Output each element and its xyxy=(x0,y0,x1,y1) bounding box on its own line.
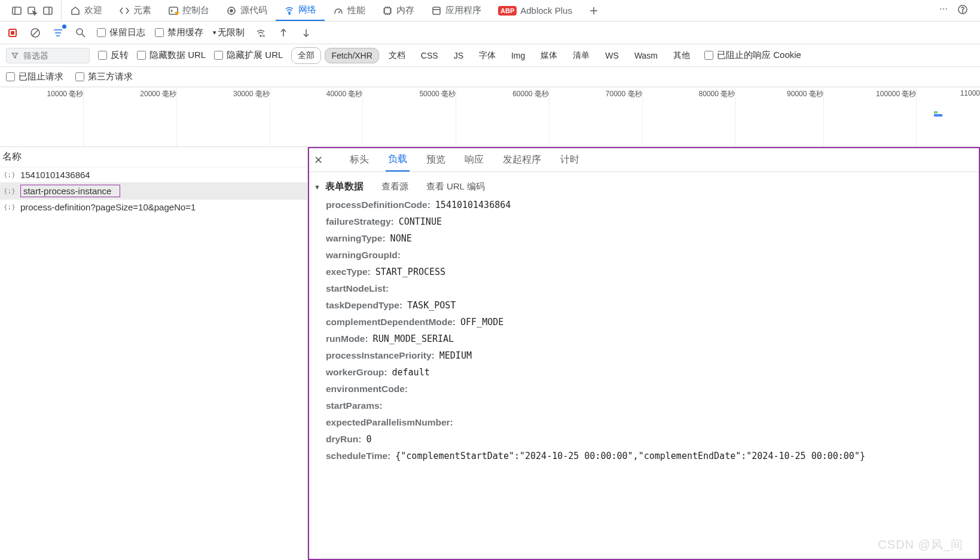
field-value: OFF_MODE xyxy=(460,317,503,328)
application-icon xyxy=(431,5,442,16)
record-button[interactable] xyxy=(6,26,19,39)
payload-field: environmentCode: xyxy=(309,381,979,397)
type-css[interactable]: CSS xyxy=(415,48,444,63)
detail-tab-timing[interactable]: 计时 xyxy=(558,149,582,171)
network-main: 名称 15410101436864start-process-instancep… xyxy=(0,147,980,560)
help-icon[interactable] xyxy=(957,4,968,17)
field-key: startParams: xyxy=(326,400,383,411)
more-menu-icon[interactable]: ⋯ xyxy=(939,4,948,17)
tab-console[interactable]: 控制台 xyxy=(160,0,218,21)
tab-label: 应用程序 xyxy=(445,5,481,16)
tab-elements[interactable]: 元素 xyxy=(111,0,160,21)
blocked-requests-checkbox[interactable]: 已阻止请求 xyxy=(6,71,63,82)
request-row[interactable]: 15410101436864 xyxy=(0,167,307,182)
tab-welcome[interactable]: 欢迎 xyxy=(62,0,111,21)
tab-label: 网络 xyxy=(298,4,316,16)
svg-line-18 xyxy=(32,30,38,36)
network-timeline[interactable]: 10000 毫秒20000 毫秒30000 毫秒40000 毫秒50000 毫秒… xyxy=(0,87,980,147)
invert-label: 反转 xyxy=(111,50,129,61)
payload-section-header[interactable]: ▼ 表单数据 查看源 查看 URL 编码 xyxy=(309,177,979,197)
blocked-cookies-checkbox[interactable]: 已阻止的响应 Cookie xyxy=(704,50,801,61)
request-list-header[interactable]: 名称 xyxy=(0,147,307,167)
type-img[interactable]: Img xyxy=(505,48,531,63)
payload-field: execType:START_PROCESS xyxy=(309,264,979,280)
detail-tab-headers[interactable]: 标头 xyxy=(347,149,371,171)
throttling-value: 无限制 xyxy=(218,27,245,38)
detail-tab-preview[interactable]: 预览 xyxy=(424,149,448,171)
field-value: NONE xyxy=(390,233,412,244)
tab-sources[interactable]: 源代码 xyxy=(218,0,276,21)
select-element-icon[interactable] xyxy=(25,4,39,18)
field-key: runMode: xyxy=(326,333,368,344)
payload-field: warningGroupId: xyxy=(309,247,979,264)
hide-data-urls-checkbox[interactable]: 隐藏数据 URL xyxy=(137,50,206,61)
memory-icon xyxy=(382,5,393,16)
resource-type-filters: 全部 Fetch/XHR 文档 CSS JS 字体 Img 媒体 清单 WS W… xyxy=(291,47,696,64)
view-source-link[interactable]: 查看源 xyxy=(381,181,408,192)
tab-application[interactable]: 应用程序 xyxy=(423,0,490,21)
field-value: TASK_POST xyxy=(407,300,456,311)
hide-ext-urls-checkbox[interactable]: 隐藏扩展 URL xyxy=(214,50,283,61)
payload-field: workerGroup:default xyxy=(309,364,979,381)
filter-toggle-icon[interactable] xyxy=(51,26,65,39)
tab-label: 控制台 xyxy=(182,5,209,16)
filter-input-wrap[interactable] xyxy=(6,48,90,63)
view-url-encoded-link[interactable]: 查看 URL 编码 xyxy=(426,181,485,192)
close-detail-icon[interactable]: ✕ xyxy=(314,154,328,167)
type-js[interactable]: JS xyxy=(448,48,469,63)
type-wasm[interactable]: Wasm xyxy=(628,48,664,63)
svg-point-19 xyxy=(77,29,83,35)
search-icon[interactable] xyxy=(74,26,87,39)
download-har-icon[interactable] xyxy=(300,26,313,39)
type-other[interactable]: 其他 xyxy=(667,48,696,63)
field-key: processInstancePriority: xyxy=(326,350,435,361)
disable-cache-checkbox[interactable]: 禁用缓存 xyxy=(155,27,203,38)
type-manifest[interactable]: 清单 xyxy=(567,48,596,63)
third-party-checkbox[interactable]: 第三方请求 xyxy=(75,71,133,82)
tab-label: 源代码 xyxy=(240,5,267,16)
detail-tab-initiator[interactable]: 发起程序 xyxy=(500,149,544,171)
invert-checkbox[interactable]: 反转 xyxy=(98,50,129,61)
tab-label: 欢迎 xyxy=(84,5,102,16)
request-detail-panel: ✕ 标头 负载 预览 响应 发起程序 计时 ▼ 表单数据 查看源 查看 URL … xyxy=(308,147,980,560)
third-party-label: 第三方请求 xyxy=(88,71,133,82)
device-toggle-icon[interactable] xyxy=(41,4,55,18)
payload-field: startParams: xyxy=(309,397,979,414)
timeline-tick: 90000 毫秒 xyxy=(787,89,823,99)
timeline-tick: 30000 毫秒 xyxy=(233,89,270,99)
tab-network[interactable]: 网络 xyxy=(276,0,325,21)
timeline-tick: 11000 xyxy=(960,89,980,97)
payload-field: expectedParallelismNumber: xyxy=(309,414,979,431)
type-font[interactable]: 字体 xyxy=(473,48,502,63)
type-media[interactable]: 媒体 xyxy=(535,48,563,63)
tab-adblock[interactable]: ABPAdblock Plus xyxy=(490,0,581,21)
dock-to-left-icon[interactable] xyxy=(10,4,24,18)
preserve-log-label: 保留日志 xyxy=(109,27,145,38)
timeline-tick: 50000 毫秒 xyxy=(419,89,456,99)
type-ws[interactable]: WS xyxy=(599,48,625,63)
clear-button[interactable] xyxy=(29,26,42,39)
field-key: dryRun: xyxy=(326,434,361,445)
field-value: {"complementStartDate":"2024-10-25 00:00… xyxy=(395,451,865,461)
payload-field: processDefinitionCode:15410101436864 xyxy=(309,197,979,213)
field-key: failureStrategy: xyxy=(326,216,394,227)
request-row[interactable]: process-definition?pageSize=10&pageNo=1 xyxy=(0,200,307,215)
svg-rect-10 xyxy=(384,8,390,14)
tab-performance[interactable]: 性能 xyxy=(325,0,374,21)
field-value: 15410101436864 xyxy=(435,200,511,210)
upload-har-icon[interactable] xyxy=(277,26,290,39)
network-conditions-icon[interactable] xyxy=(254,26,267,39)
type-doc[interactable]: 文档 xyxy=(383,48,411,63)
new-tab-button[interactable] xyxy=(581,0,607,21)
preserve-log-checkbox[interactable]: 保留日志 xyxy=(97,27,145,38)
request-row[interactable]: start-process-instance xyxy=(0,182,307,200)
type-all[interactable]: 全部 xyxy=(291,47,321,64)
filter-input[interactable] xyxy=(23,51,84,60)
collapse-triangle-icon[interactable]: ▼ xyxy=(314,183,320,191)
throttling-select[interactable]: 无限制 xyxy=(213,27,245,38)
type-fetch-xhr[interactable]: Fetch/XHR xyxy=(325,48,378,63)
detail-tab-response[interactable]: 响应 xyxy=(462,149,486,171)
tab-memory[interactable]: 内存 xyxy=(374,0,423,21)
payload-field: scheduleTime:{"complementStartDate":"202… xyxy=(309,448,979,464)
detail-tab-payload[interactable]: 负载 xyxy=(386,148,410,172)
